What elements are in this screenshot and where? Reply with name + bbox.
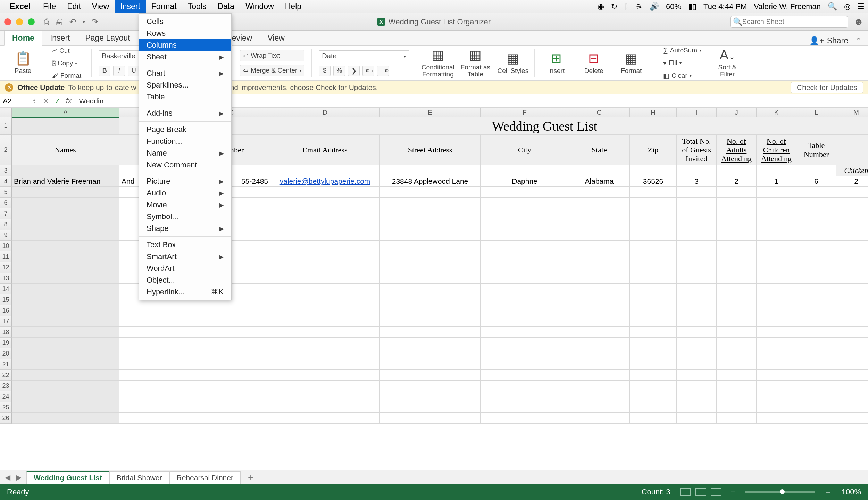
- cell[interactable]: [119, 359, 192, 370]
- cell[interactable]: [677, 402, 717, 413]
- prev-sheet-icon[interactable]: ◀: [5, 473, 10, 482]
- zoom-out-icon[interactable]: −: [731, 488, 735, 497]
- delete-cells-button[interactable]: ⊟Delete: [576, 48, 611, 78]
- cell[interactable]: [757, 413, 796, 424]
- cell[interactable]: [717, 219, 757, 230]
- cell[interactable]: [677, 284, 717, 294]
- percent-button[interactable]: %: [333, 66, 345, 76]
- notification-center-icon[interactable]: ☰: [858, 2, 865, 11]
- cell[interactable]: 3: [677, 176, 717, 187]
- cell[interactable]: [270, 262, 380, 273]
- cell[interactable]: [119, 348, 192, 359]
- format-as-table-button[interactable]: ▦Format as Table: [458, 48, 493, 78]
- undo-icon[interactable]: ↶: [69, 17, 76, 27]
- cell[interactable]: No. of Children Attending: [757, 135, 796, 165]
- cell[interactable]: [119, 370, 192, 381]
- cell[interactable]: [569, 273, 630, 284]
- menu-symbol[interactable]: Symbol...: [139, 211, 231, 223]
- cell[interactable]: [12, 338, 119, 348]
- cell[interactable]: [836, 370, 868, 381]
- row-header[interactable]: 19: [0, 338, 12, 348]
- cell[interactable]: [757, 316, 796, 327]
- cell[interactable]: 36526: [630, 176, 677, 187]
- cell[interactable]: [380, 230, 481, 241]
- menu-help[interactable]: Help: [279, 0, 307, 13]
- row-header[interactable]: 26: [0, 413, 12, 424]
- conditional-formatting-button[interactable]: ▦Conditional Formatting: [420, 48, 455, 78]
- cell[interactable]: [630, 273, 677, 284]
- row-header[interactable]: 22: [0, 370, 12, 381]
- cell[interactable]: [630, 338, 677, 348]
- cell[interactable]: [569, 284, 630, 294]
- wrap-text-button[interactable]: ↩Wrap Text: [240, 50, 304, 61]
- cell[interactable]: [836, 413, 868, 424]
- cell[interactable]: [481, 391, 569, 402]
- insert-cells-button[interactable]: ⊞Insert: [539, 48, 574, 78]
- cell[interactable]: [677, 208, 717, 219]
- bluetooth-icon[interactable]: ᛒ: [624, 2, 629, 11]
- cell[interactable]: [380, 402, 481, 413]
- cell[interactable]: 2: [836, 176, 868, 187]
- cell[interactable]: [717, 316, 757, 327]
- cell[interactable]: [757, 402, 796, 413]
- cell[interactable]: State: [569, 135, 630, 165]
- cell[interactable]: [796, 187, 836, 198]
- cell[interactable]: [836, 262, 868, 273]
- cell[interactable]: Names: [12, 135, 119, 165]
- cell[interactable]: [796, 391, 836, 402]
- cell[interactable]: [717, 273, 757, 284]
- name-box[interactable]: A2 ▴▾: [0, 94, 38, 107]
- cell[interactable]: [757, 327, 796, 338]
- cell[interactable]: [481, 327, 569, 338]
- cell[interactable]: [757, 262, 796, 273]
- cell[interactable]: [836, 241, 868, 251]
- zoom-in-icon[interactable]: ＋: [824, 487, 832, 497]
- underline-button[interactable]: U: [128, 66, 140, 76]
- row-header[interactable]: 2: [0, 135, 12, 165]
- cell[interactable]: Chicken: [836, 165, 868, 176]
- cell[interactable]: [12, 219, 119, 230]
- cell[interactable]: [12, 327, 119, 338]
- cell[interactable]: [380, 262, 481, 273]
- row-header[interactable]: 14: [0, 284, 12, 294]
- cut-button[interactable]: ✂Cut: [49, 45, 84, 56]
- cell[interactable]: [192, 381, 270, 391]
- cell[interactable]: [192, 391, 270, 402]
- cell[interactable]: [569, 413, 630, 424]
- cell[interactable]: [796, 338, 836, 348]
- siri-icon[interactable]: ◎: [844, 2, 851, 11]
- merge-button[interactable]: ⇔Merge & Center ▾: [240, 65, 304, 76]
- cell[interactable]: [119, 305, 192, 316]
- cell[interactable]: [481, 381, 569, 391]
- cell[interactable]: [677, 338, 717, 348]
- cell[interactable]: [717, 284, 757, 294]
- cell[interactable]: [12, 187, 119, 198]
- menu-cells[interactable]: Cells: [139, 16, 231, 27]
- row-header[interactable]: 12: [0, 262, 12, 273]
- col-header-M[interactable]: M: [836, 108, 868, 117]
- cell[interactable]: [836, 187, 868, 198]
- cell[interactable]: [677, 381, 717, 391]
- row-header[interactable]: 5: [0, 187, 12, 198]
- menu-object[interactable]: Object...: [139, 274, 231, 286]
- cell[interactable]: [836, 316, 868, 327]
- cell[interactable]: [836, 230, 868, 241]
- cell[interactable]: [12, 413, 119, 424]
- cell[interactable]: [481, 165, 569, 176]
- cell[interactable]: [270, 359, 380, 370]
- sheet-tab[interactable]: Rehearsal Dinner: [169, 471, 241, 484]
- col-header-F[interactable]: F: [481, 108, 569, 117]
- cell[interactable]: [836, 294, 868, 305]
- spotlight-icon[interactable]: 🔍: [828, 2, 837, 11]
- cell[interactable]: [380, 219, 481, 230]
- cell[interactable]: [192, 402, 270, 413]
- cell[interactable]: [630, 165, 677, 176]
- cell[interactable]: [569, 338, 630, 348]
- cell[interactable]: [270, 284, 380, 294]
- italic-button[interactable]: I: [113, 66, 125, 76]
- cell[interactable]: [717, 230, 757, 241]
- menu-textbox[interactable]: Text Box: [139, 239, 231, 251]
- cell[interactable]: [796, 230, 836, 241]
- cell[interactable]: [796, 251, 836, 262]
- cell[interactable]: [270, 241, 380, 251]
